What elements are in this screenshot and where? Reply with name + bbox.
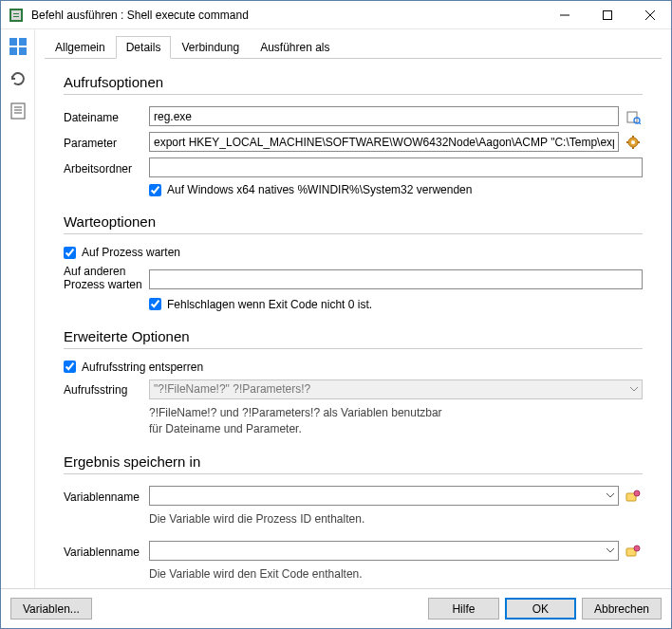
fail-exit-checkbox[interactable]	[149, 298, 161, 310]
section-result: Ergebnis speichern in Variablenname Die …	[64, 453, 643, 583]
filename-input[interactable]	[149, 106, 619, 126]
chevron-down-icon	[625, 380, 642, 398]
svg-line-18	[639, 122, 641, 124]
svg-point-20	[631, 140, 635, 144]
variable-exit-hint: Die Variable wird den Exit Code enthalte…	[64, 566, 643, 583]
chevron-down-icon	[602, 542, 618, 560]
footer: Variablen... Hilfe OK Abbrechen	[1, 588, 671, 628]
help-button[interactable]: Hilfe	[428, 598, 499, 620]
section-title-result: Ergebnis speichern in	[64, 453, 643, 470]
section-title-ext: Erweiterte Optionen	[64, 328, 643, 344]
window-title: Befehl ausführen : Shell execute command	[31, 9, 543, 22]
section-title-wait: Warteoptionen	[64, 213, 643, 230]
svg-rect-12	[11, 103, 25, 119]
variable-pid-hint: Die Variable wird die Prozess ID enthalt…	[64, 511, 643, 527]
ok-button[interactable]: OK	[505, 598, 576, 620]
variable-pid-action-icon[interactable]	[623, 486, 643, 506]
maximize-button[interactable]	[586, 1, 628, 28]
wait-other-input[interactable]	[149, 269, 643, 289]
parameter-label: Parameter	[64, 135, 149, 150]
unlock-callstring-checkbox[interactable]	[64, 361, 76, 373]
variable-pid-combo[interactable]	[149, 486, 619, 506]
section-wait-options: Warteoptionen Auf Prozess warten Auf and…	[64, 213, 643, 311]
variable-name-label-1: Variablenname	[64, 489, 149, 504]
variable-exit-action-icon[interactable]	[623, 541, 643, 561]
callstring-value: "?!FileName!?" ?!Parameters!?	[150, 382, 625, 396]
tab-details[interactable]: Details	[116, 36, 172, 59]
wait-process-label: Auf Prozess warten	[82, 246, 180, 259]
variables-button[interactable]: Variablen...	[10, 598, 92, 620]
gear-icon[interactable]	[623, 132, 643, 152]
tiles-icon[interactable]	[7, 35, 29, 58]
browse-file-icon[interactable]	[623, 106, 643, 126]
cancel-button[interactable]: Abbrechen	[582, 598, 662, 620]
refresh-icon[interactable]	[7, 67, 29, 90]
fail-exit-label: Fehlschlagen wenn Exit Code nicht 0 ist.	[167, 298, 372, 311]
section-extended-options: Erweiterte Optionen Aufrufsstring entspe…	[64, 328, 643, 437]
tab-connection[interactable]: Verbindung	[171, 36, 250, 59]
callstring-combo[interactable]: "?!FileName!?" ?!Parameters!?	[149, 379, 643, 399]
filename-label: Dateiname	[64, 109, 149, 124]
wait-other-label: Auf anderenProzess warten	[64, 265, 149, 292]
workdir-input[interactable]	[149, 157, 643, 177]
x64-checkbox[interactable]	[149, 184, 161, 196]
tab-runas[interactable]: Ausführen als	[250, 36, 340, 59]
chevron-down-icon	[602, 487, 618, 505]
svg-rect-5	[603, 10, 611, 19]
svg-rect-16	[627, 112, 637, 122]
callstring-label: Aufrufsstring	[64, 381, 149, 397]
section-title-call: Aufrufsoptionen	[64, 74, 643, 90]
svg-rect-9	[19, 38, 27, 46]
tab-general[interactable]: Allgemein	[45, 36, 116, 59]
minimize-button[interactable]	[543, 1, 586, 28]
svg-point-28	[634, 546, 640, 551]
wait-process-checkbox[interactable]	[64, 247, 76, 259]
svg-rect-8	[9, 38, 17, 46]
sidebar	[1, 29, 35, 588]
tab-bar: Allgemein Details Verbindung Ausführen a…	[45, 35, 662, 59]
close-button[interactable]	[628, 1, 671, 28]
section-call-options: Aufrufsoptionen Dateiname Parameter	[64, 74, 643, 196]
unlock-callstring-label: Aufrufsstring entsperren	[82, 361, 203, 374]
app-icon	[9, 8, 24, 23]
workdir-label: Arbeitsordner	[64, 160, 149, 176]
document-icon[interactable]	[7, 100, 29, 122]
svg-rect-1	[11, 10, 21, 20]
svg-rect-10	[9, 47, 17, 55]
svg-point-26	[634, 490, 640, 496]
svg-rect-11	[19, 47, 27, 55]
variable-exit-combo[interactable]	[149, 541, 619, 561]
variable-name-label-2: Variablenname	[64, 544, 149, 559]
x64-label: Auf Windows x64 natives %WINDIR%\System3…	[167, 183, 472, 196]
svg-rect-3	[13, 16, 19, 17]
titlebar: Befehl ausführen : Shell execute command	[1, 1, 671, 29]
callstring-hint: ?!FileName!? und ?!Parameters!? als Vari…	[64, 405, 643, 437]
parameter-input[interactable]	[149, 132, 619, 152]
svg-rect-2	[13, 13, 19, 14]
